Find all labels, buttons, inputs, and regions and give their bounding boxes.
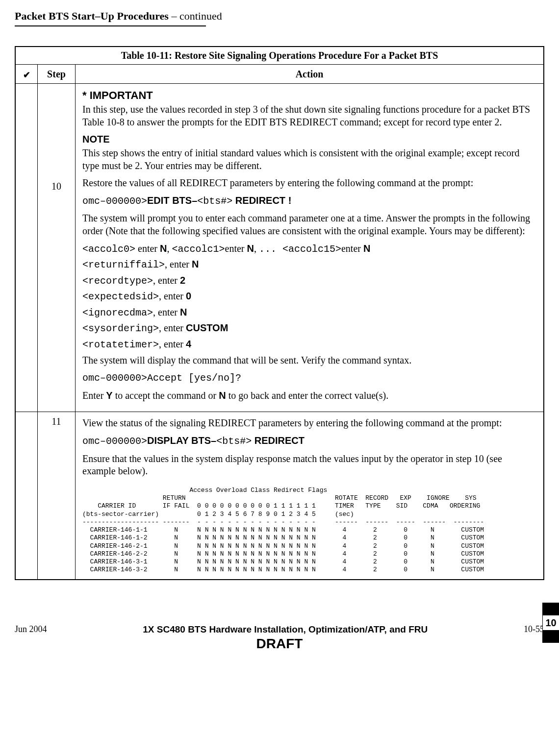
col-header-step: Step	[38, 65, 76, 84]
note-paragraph: This step shows the entry of initial sta…	[82, 147, 536, 172]
col-header-action: Action	[76, 65, 544, 84]
display-command-line: omc–000000>DISPLAY BTS–<bts#> REDIRECT	[82, 435, 536, 448]
recordtype-line: <recordtype>, enter 2	[82, 274, 536, 288]
table-row: 10 * IMPORTANT In this step, use the val…	[15, 84, 544, 412]
running-header-title: Packet BTS Start–Up Procedures	[15, 10, 169, 22]
footer-title: 1X SC480 BTS Hardware Installation, Opti…	[47, 624, 524, 635]
cmd-display-part1: DISPLAY BTS–	[147, 435, 216, 446]
table-caption-text: Restore Site Signaling Operations Proced…	[175, 50, 438, 61]
accolc-line: <accolc0> enter N, <accolc1>enter N, ...…	[82, 243, 536, 256]
terminal-output: Access Overload Class Redirect Flags RET…	[82, 487, 536, 574]
cmd-prefix-display: omc–000000>	[82, 436, 147, 447]
restore-paragraph: Restore the values of all REDIRECT param…	[82, 177, 536, 190]
footer-page-number: 10-55	[524, 624, 544, 634]
enter-y-paragraph: Enter Y to accept the command or N to go…	[82, 390, 536, 402]
cmd-bts-var: <bts#>	[197, 195, 232, 207]
check-cell	[15, 84, 38, 412]
sysordering-line: <sysordering>, enter CUSTOM	[82, 322, 536, 335]
cmd-edit-part1: EDIT BTS–	[147, 195, 197, 206]
accept-cmd-text: Accept [yes/no]?	[147, 372, 241, 384]
accolc15-var: <accolc15>	[282, 244, 341, 255]
action-cell: * IMPORTANT In this step, use the values…	[76, 84, 544, 412]
rotatetimer-line: <rotatetimer>, enter 4	[82, 338, 536, 351]
header-rule	[15, 25, 206, 26]
tab-stripe-top	[542, 603, 559, 615]
table-row: 11 View the status of the signaling REDI…	[15, 412, 544, 580]
returniffail-line: <returniffail>, enter N	[82, 258, 536, 271]
col-header-check: ✔	[15, 65, 38, 84]
step11-para2: Ensure that the values in the system dis…	[82, 453, 536, 478]
running-header: Packet BTS Start–Up Procedures – continu…	[15, 10, 544, 23]
draft-watermark: DRAFT	[15, 636, 544, 652]
tab-stripe-bottom	[542, 630, 559, 643]
step11-para1: View the status of the signaling REDIREC…	[82, 417, 536, 430]
table-caption: Table 10-11: Restore Site Signaling Oper…	[15, 47, 544, 65]
cmd-display-part2: REDIRECT	[252, 435, 305, 446]
important-paragraph: In this step, use the values recorded in…	[82, 103, 536, 128]
cmd-bts-var-display: <bts#>	[216, 436, 252, 447]
action-cell: View the status of the signaling REDIREC…	[76, 412, 544, 580]
procedure-table: Table 10-11: Restore Site Signaling Oper…	[15, 46, 544, 580]
cmd-prefix-accept: omc–000000>	[82, 372, 147, 384]
prompt-paragraph: The system will prompt you to enter each…	[82, 212, 536, 237]
check-icon: ✔	[20, 68, 33, 80]
expectedsid-line: <expectedsid>, enter 0	[82, 290, 536, 303]
edit-command-line: omc–000000>EDIT BTS–<bts#> REDIRECT !	[82, 195, 536, 208]
accept-command-line: omc–000000>Accept [yes/no]?	[82, 371, 536, 385]
running-header-continued: – continued	[169, 10, 222, 22]
table-caption-label: Table 10-11:	[121, 50, 175, 61]
step-number: 10	[38, 84, 76, 412]
cmd-prefix: omc–000000>	[82, 195, 147, 207]
note-heading: NOTE	[82, 133, 536, 146]
verify-paragraph: The system will display the command that…	[82, 354, 536, 367]
accolc0-var: <accolc0>	[82, 244, 135, 255]
page-footer: Jun 2004 1X SC480 BTS Hardware Installat…	[15, 624, 544, 635]
accolc-ellipsis: ...	[259, 244, 282, 255]
cmd-edit-part2: REDIRECT !	[232, 195, 291, 206]
important-heading: * IMPORTANT	[82, 89, 536, 102]
footer-date: Jun 2004	[15, 624, 47, 634]
step-number: 11	[38, 412, 76, 580]
accolc1-var: <accolc1>	[172, 244, 225, 255]
chapter-tab: 10	[542, 603, 559, 643]
ignorecdma-line: <ignorecdma>, enter N	[82, 306, 536, 319]
check-cell	[15, 412, 38, 580]
tab-number: 10	[542, 615, 559, 630]
